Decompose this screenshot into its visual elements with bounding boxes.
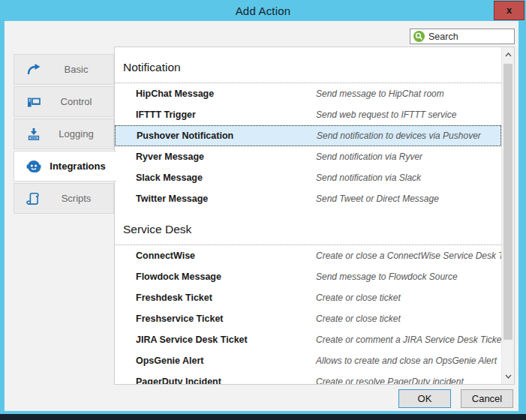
action-row[interactable]: Flowdock MessageSend message to Flowdock… xyxy=(115,266,501,287)
section-header: Notification xyxy=(123,59,501,76)
scroll-down-icon[interactable] xyxy=(502,370,514,382)
action-name: Slack Message xyxy=(136,172,203,183)
action-description: Send notification to devices via Pushove… xyxy=(317,130,481,141)
tab-logging[interactable]: Logging xyxy=(14,118,114,149)
tab-strip: BasicControlLoggingIntegrationsScripts xyxy=(14,54,114,215)
tab-label: Basic xyxy=(42,64,113,75)
action-description: Send web request to IFTTT service xyxy=(316,110,456,120)
action-row[interactable]: PagerDuty IncidentCreate or resolve Page… xyxy=(115,371,501,384)
action-name: HipChat Message xyxy=(136,88,214,99)
action-name: Flowdock Message xyxy=(136,272,221,282)
action-row[interactable]: IFTTT TriggerSend web request to IFTTT s… xyxy=(115,104,501,125)
close-button[interactable]: x xyxy=(494,1,524,20)
action-description: Send message to Flowdock Source xyxy=(316,272,458,282)
dialog-title: Add Action xyxy=(0,0,526,22)
robot-headset-icon xyxy=(26,158,42,175)
action-row[interactable]: Pushover NotificationSend notification t… xyxy=(115,125,501,146)
tab-scripts[interactable]: Scripts xyxy=(14,183,114,214)
tab-integrations[interactable]: Integrations xyxy=(14,151,116,182)
action-description: Allows to create and close an OpsGenie A… xyxy=(316,356,497,366)
action-name: Freshservice Ticket xyxy=(136,314,224,324)
tab-label: Integrations xyxy=(42,160,116,172)
action-row[interactable]: Freshdesk TicketCreate or close ticket xyxy=(115,287,501,308)
add-action-dialog: Add Action x BasicControlLoggingIntegrat… xyxy=(0,0,526,420)
action-row[interactable]: Ryver MessageSend notification via Ryver xyxy=(115,146,501,167)
curved-arrow-icon xyxy=(26,62,42,78)
action-description: Send notification via Ryver xyxy=(316,152,422,162)
computer-icon xyxy=(26,94,42,110)
action-name: Freshdesk Ticket xyxy=(136,292,212,303)
tab-basic[interactable]: Basic xyxy=(14,54,114,85)
action-row[interactable]: ConnectWiseCreate or close a ConnectWise… xyxy=(115,245,501,266)
action-row[interactable]: OpsGenie AlertAllows to create and close… xyxy=(115,350,501,371)
action-list-panel: NotificationHipChat MessageSend message … xyxy=(114,46,515,385)
section-header: Service Desk xyxy=(123,221,501,238)
action-row[interactable]: JIRA Service Desk TicketCreate or commen… xyxy=(115,329,501,350)
cancel-button[interactable]: Cancel xyxy=(461,389,513,408)
window-bottom-edge xyxy=(0,414,526,420)
action-row[interactable]: Freshservice TicketCreate or close ticke… xyxy=(115,308,501,329)
action-description: Create or close a ConnectWise Service De… xyxy=(316,250,501,261)
action-list: NotificationHipChat MessageSend message … xyxy=(115,47,501,384)
action-name: ConnectWise xyxy=(136,250,195,261)
action-name: Pushover Notification xyxy=(137,130,233,141)
scroll-up-icon[interactable] xyxy=(502,49,514,61)
action-name: PagerDuty Incident xyxy=(136,376,221,384)
tab-label: Scripts xyxy=(42,193,113,204)
action-row[interactable]: Twitter MessageSend Tweet or Direct Mess… xyxy=(115,188,501,209)
action-name: IFTTT Trigger xyxy=(136,110,196,120)
action-description: Create or close ticket xyxy=(316,314,401,324)
action-description: Create or close ticket xyxy=(316,292,401,303)
action-name: JIRA Service Desk Ticket xyxy=(136,334,248,345)
scroll-icon xyxy=(26,190,42,207)
action-row[interactable]: HipChat MessageSend message to HipChat r… xyxy=(115,83,501,104)
action-name: OpsGenie Alert xyxy=(136,356,204,366)
scrollbar[interactable] xyxy=(501,47,514,384)
tab-label: Logging xyxy=(42,128,113,140)
action-description: Create or comment a JIRA Service Desk Ti… xyxy=(316,334,501,345)
action-name: Ryver Message xyxy=(136,152,204,162)
ok-button[interactable]: OK xyxy=(398,389,451,408)
action-description: Create or resolve PagerDuty incident xyxy=(316,376,464,384)
action-name: Twitter Message xyxy=(136,194,208,204)
search-box[interactable] xyxy=(410,28,515,44)
action-description: Send notification via Slack xyxy=(316,172,421,183)
tab-label: Control xyxy=(42,96,113,107)
tab-control[interactable]: Control xyxy=(14,86,114,117)
download-tray-icon xyxy=(26,126,42,142)
action-row[interactable]: Slack MessageSend notification via Slack xyxy=(115,167,501,188)
search-icon xyxy=(413,31,425,42)
action-description: Send Tweet or Direct Message xyxy=(316,194,439,204)
dialog-body: BasicControlLoggingIntegrationsScripts N… xyxy=(5,21,518,411)
action-description: Send message to HipChat room xyxy=(316,88,444,99)
scrollbar-thumb[interactable] xyxy=(503,64,512,340)
search-input[interactable] xyxy=(428,32,511,42)
titlebar[interactable]: Add Action x xyxy=(0,0,526,21)
